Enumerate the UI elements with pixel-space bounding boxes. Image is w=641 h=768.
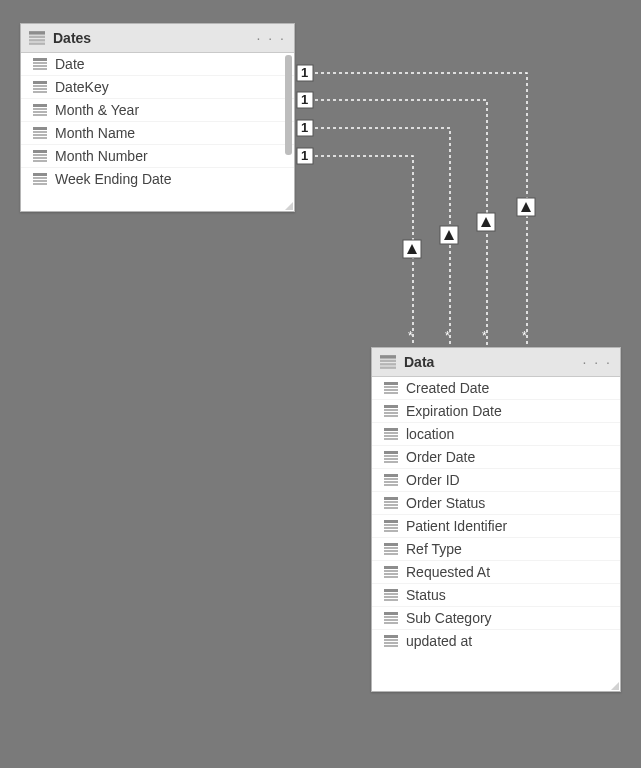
resize-handle[interactable] (283, 200, 293, 210)
field-row[interactable]: Order ID (372, 468, 620, 491)
table-card-dates[interactable]: Dates · · · Date DateKey Month & Year Mo… (20, 23, 295, 212)
table-field-list: Date DateKey Month & Year Month Name Mon… (21, 53, 294, 210)
svg-rect-60 (384, 474, 398, 477)
field-row[interactable]: Sub Category (372, 606, 620, 629)
column-icon (384, 382, 398, 394)
svg-rect-79 (384, 576, 398, 578)
svg-rect-74 (384, 550, 398, 552)
column-icon (384, 520, 398, 532)
column-icon (33, 173, 47, 185)
cardinality-many: * (445, 329, 450, 343)
table-icon (29, 31, 45, 45)
svg-rect-55 (384, 438, 398, 440)
scrollbar[interactable] (285, 55, 292, 155)
svg-rect-58 (384, 458, 398, 460)
cardinality-one: 1 (301, 65, 308, 80)
svg-rect-86 (384, 619, 398, 621)
field-row[interactable]: Requested At (372, 560, 620, 583)
svg-rect-76 (384, 566, 398, 569)
table-title: Data (404, 354, 575, 370)
field-label: updated at (406, 633, 472, 649)
field-row[interactable]: Patient Identifier (372, 514, 620, 537)
column-icon (384, 589, 398, 601)
field-label: Month Number (55, 148, 148, 164)
svg-rect-64 (384, 497, 398, 500)
field-row[interactable]: Order Date (372, 445, 620, 468)
field-label: Order Date (406, 449, 475, 465)
svg-rect-14 (29, 39, 45, 41)
field-row[interactable]: Month Name (21, 121, 294, 144)
relationship-line[interactable]: 1 * (297, 148, 421, 345)
column-icon (384, 497, 398, 509)
field-row[interactable]: Created Date (372, 377, 620, 399)
svg-rect-49 (384, 409, 398, 411)
svg-rect-15 (29, 43, 45, 45)
svg-rect-72 (384, 543, 398, 546)
svg-rect-47 (384, 392, 398, 394)
field-row[interactable]: location (372, 422, 620, 445)
cardinality-many: * (482, 329, 487, 343)
resize-handle[interactable] (609, 680, 619, 690)
svg-rect-24 (33, 104, 47, 107)
cardinality-one: 1 (301, 120, 308, 135)
column-icon (384, 543, 398, 555)
svg-rect-44 (384, 382, 398, 385)
svg-rect-35 (33, 160, 47, 162)
table-card-data[interactable]: Data · · · Created Date Expiration Date … (371, 347, 621, 692)
relationship-line[interactable]: 1 * (297, 92, 495, 345)
svg-rect-31 (33, 137, 47, 139)
model-canvas[interactable]: 1 * 1 * 1 * 1 * (0, 0, 641, 768)
svg-rect-17 (33, 62, 47, 64)
field-row[interactable]: Order Status (372, 491, 620, 514)
table-header[interactable]: Dates · · · (21, 24, 294, 53)
field-row[interactable]: Status (372, 583, 620, 606)
svg-rect-28 (33, 127, 47, 130)
field-label: Week Ending Date (55, 171, 171, 187)
svg-rect-68 (384, 520, 398, 523)
svg-rect-42 (380, 363, 396, 365)
svg-rect-61 (384, 478, 398, 480)
svg-rect-38 (33, 180, 47, 182)
svg-rect-45 (384, 386, 398, 388)
svg-rect-46 (384, 389, 398, 391)
svg-rect-84 (384, 612, 398, 615)
column-icon (33, 127, 47, 139)
svg-rect-33 (33, 154, 47, 156)
column-icon (384, 612, 398, 624)
svg-rect-26 (33, 111, 47, 113)
svg-rect-82 (384, 596, 398, 598)
relationship-line[interactable]: 1 * (297, 65, 535, 345)
svg-rect-39 (33, 183, 47, 185)
svg-rect-13 (29, 36, 45, 38)
svg-rect-51 (384, 415, 398, 417)
svg-rect-32 (33, 150, 47, 153)
table-menu-button[interactable]: · · · (257, 31, 286, 45)
field-row[interactable]: Month Number (21, 144, 294, 167)
field-row[interactable]: Date (21, 53, 294, 75)
svg-rect-91 (384, 645, 398, 647)
column-icon (384, 635, 398, 647)
table-header[interactable]: Data · · · (372, 348, 620, 377)
svg-rect-53 (384, 432, 398, 434)
field-label: Order ID (406, 472, 460, 488)
field-row[interactable]: Ref Type (372, 537, 620, 560)
svg-rect-48 (384, 405, 398, 408)
field-row[interactable]: Week Ending Date (21, 167, 294, 190)
svg-rect-36 (33, 173, 47, 176)
table-menu-button[interactable]: · · · (583, 355, 612, 369)
svg-rect-21 (33, 85, 47, 87)
svg-rect-70 (384, 527, 398, 529)
svg-rect-88 (384, 635, 398, 638)
svg-rect-12 (29, 31, 45, 34)
svg-rect-20 (33, 81, 47, 84)
svg-rect-30 (33, 134, 47, 136)
svg-rect-52 (384, 428, 398, 431)
field-row[interactable]: updated at (372, 629, 620, 652)
field-row[interactable]: DateKey (21, 75, 294, 98)
svg-rect-22 (33, 88, 47, 90)
field-row[interactable]: Expiration Date (372, 399, 620, 422)
relationship-line[interactable]: 1 * (297, 120, 458, 345)
field-label: Status (406, 587, 446, 603)
field-row[interactable]: Month & Year (21, 98, 294, 121)
svg-rect-54 (384, 435, 398, 437)
